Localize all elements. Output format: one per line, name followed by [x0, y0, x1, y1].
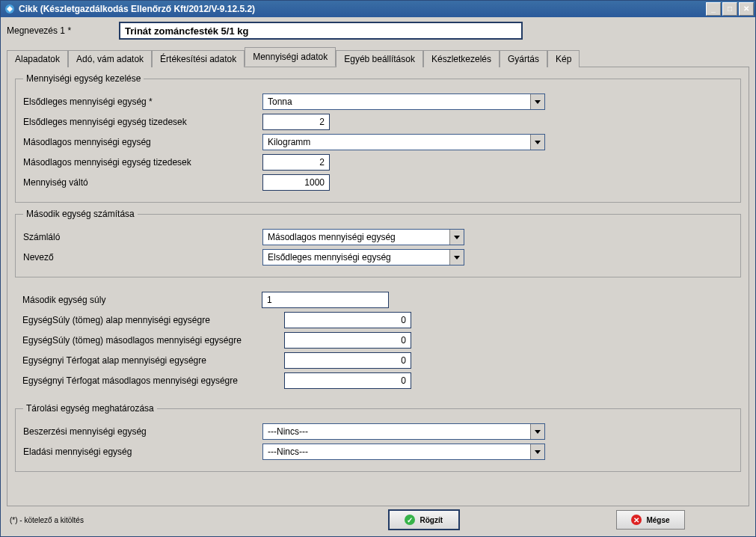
secondary-dec-label: Másodlagos mennyiségi egység tizedesek — [23, 157, 262, 168]
tab-kep[interactable]: Kép — [547, 50, 580, 67]
primary-unit-select[interactable]: Tonna — [262, 93, 545, 110]
primary-unit-label: Elsődleges mennyiségi egység * — [23, 96, 262, 107]
client-area: Megnevezés 1 * Alapadatok Adó, vám adato… — [1, 17, 755, 536]
uw-base-input[interactable] — [284, 312, 411, 328]
chevron-down-icon — [449, 230, 464, 245]
uw-sec-label: EgységSúly (tömeg) másodlagos mennyiségi… — [22, 335, 284, 346]
app-window: Cikk (Készletgazdálkodás Ellenőrző Kft/2… — [0, 0, 756, 537]
maximize-button[interactable]: □ — [722, 2, 737, 16]
chevron-down-icon — [530, 424, 544, 439]
purchase-unit-value: ---Nincs--- — [268, 426, 308, 437]
footer: (*) - kötelező a kitöltés ✓ Rögzít ✕ Még… — [7, 506, 749, 533]
denominator-value: Elsődleges mennyiségi egység — [268, 252, 391, 263]
tab-ado-vam[interactable]: Adó, vám adatok — [68, 50, 152, 67]
minimize-button[interactable]: _ — [706, 2, 721, 16]
tab-alapadatok[interactable]: Alapadatok — [7, 50, 68, 67]
group-storage-legend: Tárolási egység meghatározása — [23, 403, 157, 414]
secondary-dec-input[interactable] — [262, 154, 330, 171]
uw-base-label: EgységSúly (tömeg) alap mennyiségi egysé… — [22, 315, 284, 325]
required-note: (*) - kötelező a kitöltés — [10, 516, 84, 524]
uv-base-label: Egységnyi Térfogat alap mennyiségi egysé… — [22, 355, 284, 366]
primary-dec-label: Elsődleges mennyiségi egység tizedesek — [23, 117, 262, 127]
ratio-label: Mennyiség váltó — [23, 177, 262, 188]
name-input[interactable] — [119, 22, 523, 40]
chevron-down-icon — [449, 250, 464, 265]
chevron-down-icon — [530, 135, 544, 150]
cancel-icon: ✕ — [631, 515, 642, 525]
denominator-label: Nevező — [23, 252, 262, 263]
name-label: Megnevezés 1 * — [7, 25, 119, 36]
tab-ertekesitesi[interactable]: Értékesítési adatok — [152, 50, 245, 67]
uv-sec-label: Egységnyi Térfogat másodlagos mennyiségi… — [22, 375, 284, 386]
save-label: Rögzít — [420, 516, 443, 524]
cancel-label: Mégse — [646, 516, 669, 524]
primary-unit-value: Tonna — [268, 96, 292, 107]
uw-sec-input[interactable] — [284, 332, 411, 349]
purchase-unit-select[interactable]: ---Nincs--- — [262, 423, 545, 440]
save-button[interactable]: ✓ Rögzít — [388, 509, 460, 530]
window-controls: _ □ ✕ — [704, 2, 754, 16]
window-title: Cikk (Készletgazdálkodás Ellenőrző Kft/2… — [19, 4, 704, 14]
titlebar: Cikk (Készletgazdálkodás Ellenőrző Kft/2… — [1, 1, 755, 17]
ratio-input[interactable] — [262, 174, 330, 191]
group-unit-management: Mennyiségi egység kezelése Elsődleges me… — [15, 73, 741, 203]
group-unit-legend: Mennyiségi egység kezelése — [23, 73, 144, 84]
app-icon — [4, 3, 16, 15]
primary-dec-input[interactable] — [262, 114, 330, 130]
purchase-unit-label: Beszerzési mennyiségi egység — [23, 426, 262, 437]
second-weight-label: Második egység súly — [22, 295, 262, 305]
header-row: Megnevezés 1 * — [7, 22, 749, 40]
check-icon: ✓ — [405, 515, 415, 525]
tab-strip: Alapadatok Adó, vám adatok Értékesítési … — [7, 49, 749, 67]
second-weight-input[interactable] — [262, 292, 389, 308]
numerator-value: Másodlagos mennyiségi egység — [268, 232, 396, 242]
secondary-unit-label: Másodlagos mennyiségi egység — [23, 137, 262, 147]
weights-section: Második egység súly EgységSúly (tömeg) a… — [15, 283, 741, 397]
tab-keszletkezeles[interactable]: Készletkezelés — [423, 50, 500, 67]
uv-base-input[interactable] — [284, 352, 411, 369]
numerator-select[interactable]: Másodlagos mennyiségi egység — [262, 229, 464, 245]
secondary-unit-value: Kilogramm — [268, 137, 310, 147]
cancel-button[interactable]: ✕ Mégse — [616, 510, 685, 530]
group-storage-unit: Tárolási egység meghatározása Beszerzési… — [15, 403, 741, 472]
chevron-down-icon — [530, 94, 544, 109]
denominator-select[interactable]: Elsődleges mennyiségi egység — [262, 249, 464, 266]
sale-unit-label: Eladási mennyiségi egység — [23, 447, 262, 457]
sale-unit-value: ---Nincs--- — [268, 447, 308, 457]
close-button[interactable]: ✕ — [739, 2, 754, 16]
tab-egyeb[interactable]: Egyéb beállítások — [336, 50, 423, 67]
chevron-down-icon — [530, 444, 544, 459]
secondary-unit-select[interactable]: Kilogramm — [262, 134, 545, 150]
group-second-unit-calc: Második egység számítása Számláló Másodl… — [15, 209, 741, 277]
numerator-label: Számláló — [23, 232, 262, 242]
uv-sec-input[interactable] — [284, 372, 411, 389]
tab-gyartas[interactable]: Gyártás — [500, 50, 547, 67]
sale-unit-select[interactable]: ---Nincs--- — [262, 444, 545, 460]
tab-body: Mennyiségi egység kezelése Elsődleges me… — [7, 67, 749, 506]
group-calc-legend: Második egység számítása — [23, 209, 138, 219]
tab-mennyisegi[interactable]: Mennyiségi adatok — [245, 47, 336, 67]
